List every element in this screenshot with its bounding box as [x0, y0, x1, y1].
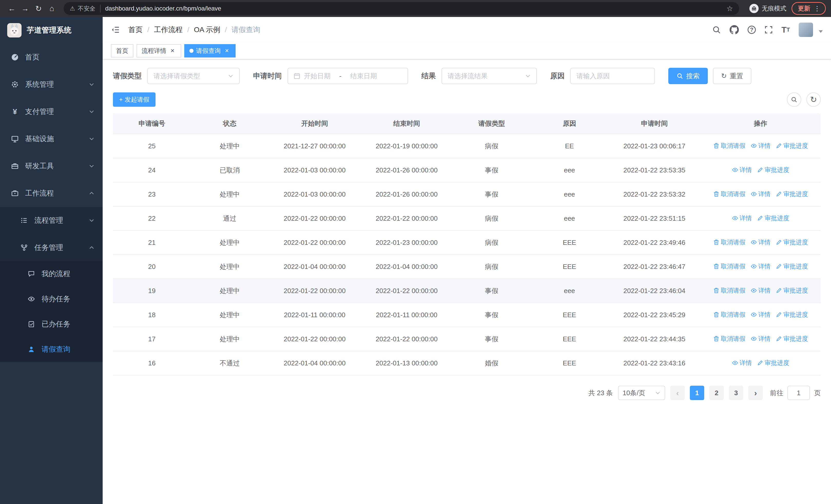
browser-menu-icon[interactable]: ⋮: [814, 5, 821, 12]
breadcrumb-item[interactable]: OA 示例: [194, 25, 221, 35]
cell-end: 2022-01-26 00:00:00: [361, 158, 453, 182]
sidebar: 芋道管理系统 首页 系统管理 ¥ 支付管理: [0, 17, 103, 504]
prev-page-button[interactable]: ‹: [670, 386, 685, 400]
chevron-up-icon: [89, 190, 94, 196]
sidebar-item-task-mgmt[interactable]: 任务管理: [0, 234, 103, 261]
sidebar-item-process-mgmt[interactable]: 流程管理: [0, 207, 103, 234]
action-progress-link[interactable]: 审批进度: [776, 287, 808, 295]
bookmark-star-icon[interactable]: ☆: [726, 4, 733, 13]
date-range-picker[interactable]: 开始日期 - 结束日期: [287, 68, 408, 84]
next-page-button[interactable]: ›: [748, 386, 763, 400]
sidebar-item-dev-tools[interactable]: 研发工具: [0, 152, 103, 180]
page-button-2[interactable]: 2: [709, 386, 724, 400]
tab-home[interactable]: 首页: [111, 44, 134, 58]
action-detail-link[interactable]: 详情: [751, 287, 771, 295]
create-leave-label: 发起请假: [125, 95, 149, 104]
browser-forward-icon[interactable]: →: [19, 2, 32, 15]
action-detail-link[interactable]: 详情: [732, 359, 752, 367]
sidebar-item-infrastructure[interactable]: 基础设施: [0, 125, 103, 152]
sidebar-toggle-icon[interactable]: [111, 25, 120, 34]
action-detail-link[interactable]: 详情: [732, 166, 752, 174]
action-progress-link[interactable]: 审批进度: [776, 142, 808, 150]
action-progress-link[interactable]: 审批进度: [757, 214, 790, 222]
breadcrumb-item[interactable]: 首页: [128, 25, 143, 35]
leave-type-select[interactable]: 请选择请假类型: [147, 68, 240, 84]
action-progress-link[interactable]: 审批进度: [776, 238, 808, 246]
goto-page-input[interactable]: [787, 386, 810, 400]
app-title: 芋道管理系统: [27, 25, 71, 35]
tags-view-bar: 首页 流程详情 × 请假查询 ×: [103, 42, 831, 60]
site-security-badge[interactable]: ⚠ 不安全: [70, 5, 101, 12]
action-progress-link[interactable]: 审批进度: [776, 262, 808, 270]
search-icon[interactable]: [712, 25, 721, 34]
action-cancel-link[interactable]: 取消请假: [713, 142, 746, 150]
user-avatar[interactable]: [799, 23, 813, 37]
action-detail-link[interactable]: 详情: [751, 310, 771, 319]
action-cancel-link[interactable]: 取消请假: [713, 190, 746, 198]
url-text[interactable]: dashboard.yudao.iocoder.cn/bpm/oa/leave: [105, 5, 722, 12]
search-button[interactable]: 搜索: [668, 68, 708, 84]
sidebar-item-workflow[interactable]: 工作流程: [0, 180, 103, 207]
refresh-table-icon[interactable]: ↻: [806, 92, 821, 107]
action-detail-link[interactable]: 详情: [751, 190, 771, 198]
monitor-icon: [10, 134, 20, 144]
action-cancel-link[interactable]: 取消请假: [713, 238, 746, 246]
sidebar-item-done-tasks[interactable]: 已办任务: [0, 312, 103, 337]
font-size-icon[interactable]: TT: [781, 25, 790, 35]
update-button[interactable]: 更新 ⋮: [792, 2, 826, 15]
table-tools: ↻: [787, 92, 821, 107]
result-select[interactable]: 请选择流结果: [441, 68, 537, 84]
cell-status: 处理中: [191, 303, 268, 327]
address-bar[interactable]: ⚠ 不安全 dashboard.yudao.iocoder.cn/bpm/oa/…: [64, 2, 739, 15]
create-leave-button[interactable]: + 发起请假: [113, 92, 155, 107]
reset-button[interactable]: ↻ 重置: [713, 68, 751, 84]
browser-home-icon[interactable]: ⌂: [45, 2, 58, 15]
action-progress-link[interactable]: 审批进度: [757, 166, 790, 174]
tab-leave-query[interactable]: 请假查询 ×: [184, 44, 236, 58]
close-icon[interactable]: ×: [169, 47, 176, 54]
page-button-3[interactable]: 3: [729, 386, 743, 400]
action-progress-link[interactable]: 审批进度: [776, 190, 808, 198]
action-detail-link[interactable]: 详情: [751, 262, 771, 270]
page-size-value: 10条/页: [623, 388, 645, 397]
app-logo[interactable]: 芋道管理系统: [0, 17, 103, 43]
search-button-label: 搜索: [686, 71, 699, 81]
action-cancel-link[interactable]: 取消请假: [713, 335, 746, 343]
action-cancel-link[interactable]: 取消请假: [713, 262, 746, 270]
browser-back-icon[interactable]: ←: [5, 2, 19, 15]
sidebar-item-payment-mgmt[interactable]: ¥ 支付管理: [0, 98, 103, 125]
sidebar-item-label: 待办任务: [41, 294, 70, 304]
tab-process-detail[interactable]: 流程详情 ×: [137, 44, 181, 58]
app-header: 首页 / 工作流程 / OA 示例 / 请假查询 ? TT: [103, 17, 831, 42]
sidebar-item-home[interactable]: 首页: [0, 43, 103, 71]
col-leave-type: 请假类型: [453, 113, 531, 134]
close-icon[interactable]: ×: [223, 47, 230, 54]
action-progress-link[interactable]: 审批进度: [776, 310, 808, 319]
action-cancel-link[interactable]: 取消请假: [713, 287, 746, 295]
sidebar-item-leave-query[interactable]: 请假查询: [0, 337, 103, 362]
select-placeholder: 请选择流结果: [448, 71, 488, 81]
cell-id: 23: [113, 182, 191, 206]
action-detail-link[interactable]: 详情: [732, 214, 752, 222]
page-button-1[interactable]: 1: [690, 386, 704, 400]
action-detail-link[interactable]: 详情: [751, 238, 771, 246]
browser-reload-icon[interactable]: ↻: [32, 2, 45, 15]
avatar-caret-icon[interactable]: [819, 30, 823, 33]
sidebar-item-todo-tasks[interactable]: 待办任务: [0, 287, 103, 312]
help-icon[interactable]: ?: [748, 26, 756, 34]
fullscreen-icon[interactable]: [765, 26, 773, 34]
github-icon[interactable]: [729, 25, 739, 34]
action-progress-link[interactable]: 审批进度: [776, 335, 808, 343]
reason-input[interactable]: [570, 68, 655, 84]
action-detail-link[interactable]: 详情: [751, 142, 771, 150]
action-cancel-link[interactable]: 取消请假: [713, 310, 746, 319]
toggle-search-icon[interactable]: [787, 92, 801, 107]
sidebar-item-system-mgmt[interactable]: 系统管理: [0, 71, 103, 98]
toolbox-icon: [10, 161, 20, 171]
breadcrumb-item[interactable]: 工作流程: [154, 25, 183, 35]
action-progress-link[interactable]: 审批进度: [757, 359, 790, 367]
sidebar-item-my-processes[interactable]: 我的流程: [0, 261, 103, 287]
action-detail-link[interactable]: 详情: [751, 335, 771, 343]
cell-start: 2022-01-04 00:00:00: [269, 255, 361, 279]
page-size-select[interactable]: 10条/页: [618, 386, 665, 400]
